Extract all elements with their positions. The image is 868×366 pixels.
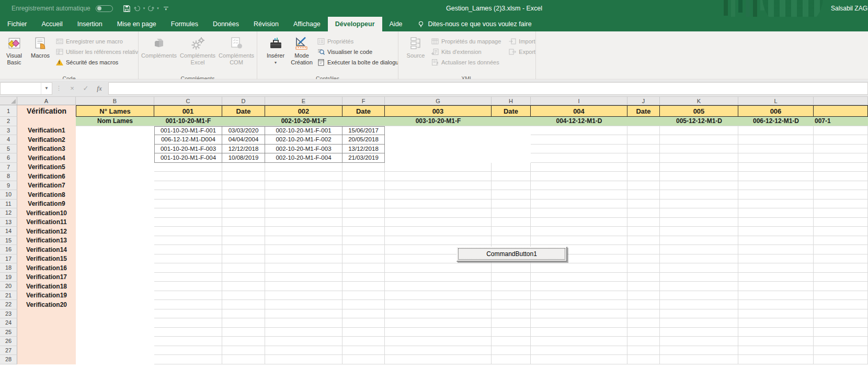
cell-D23[interactable]	[222, 309, 265, 319]
row-header-13[interactable]: 13	[0, 218, 17, 227]
cell-D22[interactable]	[222, 300, 265, 309]
cell-I6[interactable]	[531, 153, 627, 163]
row-header-11[interactable]: 11	[0, 199, 17, 209]
cell-A28[interactable]	[17, 355, 76, 364]
cell-I18[interactable]	[531, 263, 627, 273]
cell-G25[interactable]	[385, 328, 492, 337]
cell-J23[interactable]	[627, 309, 660, 319]
cell-G10[interactable]	[385, 190, 492, 199]
cell-B22[interactable]	[76, 300, 154, 309]
cell-I11[interactable]	[531, 199, 627, 209]
cell-B9[interactable]	[76, 181, 154, 191]
cell-H19[interactable]	[492, 273, 531, 282]
cell-G6[interactable]	[385, 153, 492, 163]
cell-H12[interactable]	[492, 208, 531, 218]
cell-J10[interactable]	[627, 190, 660, 199]
cell-G26[interactable]	[385, 337, 492, 346]
cell-C12[interactable]	[154, 208, 222, 218]
cell-D25[interactable]	[222, 328, 265, 337]
run-dialog-button[interactable]: Exécuter la boîte de dialogue	[317, 58, 398, 66]
cell-B19[interactable]	[76, 273, 154, 282]
cell-A25[interactable]	[17, 328, 76, 337]
cell-M9[interactable]	[814, 181, 868, 191]
cell-I3[interactable]	[531, 126, 627, 136]
row-header-14[interactable]: 14	[0, 227, 17, 236]
relative-references-button[interactable]: Utiliser les références relatives	[55, 48, 139, 56]
cell-A26[interactable]	[17, 337, 76, 346]
cell-E2[interactable]: 002-10-20-M1-F	[265, 117, 342, 126]
cell-D3[interactable]: 03/03/2020	[222, 126, 265, 136]
cell-F19[interactable]	[342, 273, 385, 282]
cell-I12[interactable]	[531, 208, 627, 218]
cell-L28[interactable]	[738, 355, 814, 364]
column-header-K[interactable]: K	[660, 97, 738, 105]
cell-I28[interactable]	[531, 355, 627, 364]
cell-G28[interactable]	[385, 355, 492, 364]
cell-E3[interactable]: 002-10-20-M1-F-001	[265, 126, 342, 136]
cell-F8[interactable]	[342, 172, 385, 181]
cell-L23[interactable]	[738, 309, 814, 319]
cell-J1[interactable]: Date	[627, 105, 660, 117]
row-header-1[interactable]: 1	[0, 105, 17, 117]
cell-D19[interactable]	[222, 273, 265, 282]
cell-C5[interactable]: 001-10-20-M1-F-003	[154, 145, 222, 154]
tab-formules[interactable]: Formules	[164, 17, 205, 31]
row-header-21[interactable]: 21	[0, 291, 17, 301]
cell-J5[interactable]	[627, 145, 660, 154]
cell-F24[interactable]	[342, 318, 385, 328]
com-addins-button[interactable]: Compléments COM	[217, 33, 256, 75]
cell-I27[interactable]	[531, 346, 627, 356]
cell-G11[interactable]	[385, 199, 492, 209]
row-header-7[interactable]: 7	[0, 163, 17, 172]
cell-H22[interactable]	[492, 300, 531, 309]
cell-M17[interactable]	[814, 254, 868, 264]
cell-D20[interactable]	[222, 282, 265, 291]
cell-D16[interactable]	[222, 245, 265, 254]
cell-K9[interactable]	[660, 181, 738, 191]
cell-E27[interactable]	[265, 346, 342, 356]
cell-F20[interactable]	[342, 282, 385, 291]
cell-J25[interactable]	[627, 328, 660, 337]
cell-K22[interactable]	[660, 300, 738, 309]
cell-J13[interactable]	[627, 218, 660, 227]
cell-H27[interactable]	[492, 346, 531, 356]
cell-E26[interactable]	[265, 337, 342, 346]
cell-M23[interactable]	[814, 309, 868, 319]
cell-E20[interactable]	[265, 282, 342, 291]
row-header-3[interactable]: 3	[0, 126, 17, 136]
row-header-15[interactable]: 15	[0, 236, 17, 246]
visual-basic-button[interactable]: Visual Basic	[1, 33, 27, 75]
cell-F2[interactable]	[342, 117, 385, 126]
tab-insertion[interactable]: Insertion	[70, 17, 110, 31]
cell-C21[interactable]	[154, 291, 222, 301]
row-header-20[interactable]: 20	[0, 282, 17, 291]
cell-H24[interactable]	[492, 318, 531, 328]
cell-H18[interactable]	[492, 263, 531, 273]
cell-B13[interactable]	[76, 218, 154, 227]
cell-A17[interactable]: Verification15	[17, 254, 76, 264]
properties-button[interactable]: Propriétés	[317, 37, 398, 45]
cell-A18[interactable]: Verification16	[17, 263, 76, 273]
macros-button[interactable]: Macros	[27, 33, 53, 75]
tab-fichier[interactable]: Fichier	[0, 17, 35, 31]
cell-H21[interactable]	[492, 291, 531, 301]
cell-K4[interactable]	[660, 135, 738, 145]
cancel-icon[interactable]: ×	[65, 82, 79, 95]
cell-F17[interactable]	[342, 254, 385, 264]
cell-A8[interactable]: Verification6	[17, 172, 76, 181]
column-header-D[interactable]: D	[222, 97, 265, 105]
row-header-16[interactable]: 16	[0, 245, 17, 254]
cell-L24[interactable]	[738, 318, 814, 328]
cell-F21[interactable]	[342, 291, 385, 301]
cell-I24[interactable]	[531, 318, 627, 328]
cell-E9[interactable]	[265, 181, 342, 191]
cell-H5[interactable]	[492, 145, 531, 154]
cell-F26[interactable]	[342, 337, 385, 346]
cell-J21[interactable]	[627, 291, 660, 301]
cell-C9[interactable]	[154, 181, 222, 191]
map-properties-button[interactable]: Propriétés du mappage	[431, 37, 501, 45]
cell-I20[interactable]	[531, 282, 627, 291]
cell-B8[interactable]	[76, 172, 154, 181]
cell-J19[interactable]	[627, 273, 660, 282]
cell-H20[interactable]	[492, 282, 531, 291]
